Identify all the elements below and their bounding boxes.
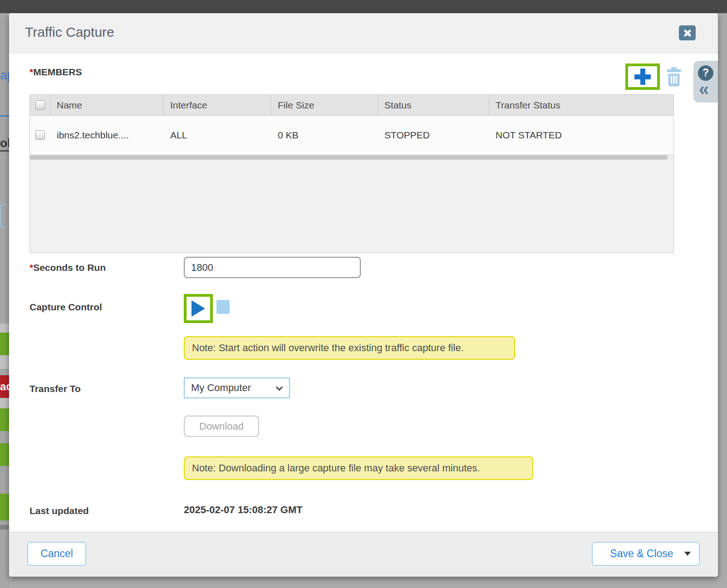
required-marker: * xyxy=(29,262,33,273)
background-status-green xyxy=(0,443,9,466)
screen-backdrop: ap ol ad Traffic Capture *MEMBERS xyxy=(0,0,727,588)
dialog-footer: Cancel Save & Close xyxy=(9,532,718,577)
table-header-row: Name Interface File Size Status Transfer… xyxy=(30,95,673,116)
collapse-panel-icon[interactable]: « xyxy=(699,79,709,99)
members-label-text: MEMBERS xyxy=(33,67,82,77)
members-section-label: *MEMBERS xyxy=(29,67,82,78)
highlight-box-add xyxy=(625,64,660,90)
last-updated-value: 2025-02-07 15:08:27 GMT xyxy=(184,504,303,516)
horizontal-scrollbar-thumb[interactable] xyxy=(30,155,668,160)
column-header-file-size[interactable]: File Size xyxy=(271,95,378,115)
background-row-band xyxy=(0,355,9,369)
background-link-fragment: ap xyxy=(0,68,9,83)
help-icon[interactable]: ? xyxy=(698,65,713,81)
seconds-to-run-input[interactable] xyxy=(184,257,361,278)
background-tab-fragment: ol xyxy=(0,136,9,152)
save-options-caret-icon[interactable] xyxy=(684,552,691,556)
download-button[interactable]: Download xyxy=(184,416,259,437)
chevron-down-icon xyxy=(276,384,283,391)
dialog-header: Traffic Capture xyxy=(9,13,718,53)
cell-status: STOPPED xyxy=(378,116,489,154)
background-status-green xyxy=(0,333,9,355)
background-row-band xyxy=(0,323,9,333)
required-marker: * xyxy=(29,67,33,77)
highlight-box-play xyxy=(184,294,213,323)
download-note: Note: Downloading a large capture file m… xyxy=(184,456,533,480)
cell-interface: ALL xyxy=(164,116,271,154)
save-close-button[interactable]: Save & Close xyxy=(592,542,700,566)
last-updated-label: Last updated xyxy=(29,505,89,516)
background-window-titlebar xyxy=(0,0,727,13)
background-status-green xyxy=(0,408,9,431)
traffic-capture-dialog: Traffic Capture *MEMBERS xyxy=(9,13,718,577)
start-capture-icon[interactable] xyxy=(192,300,205,317)
dialog-title: Traffic Capture xyxy=(25,24,114,40)
background-status-red: ad xyxy=(0,375,9,398)
transfer-to-value: My Computer xyxy=(191,382,251,394)
seconds-to-run-label: *Seconds to Run xyxy=(29,262,106,273)
start-note: Note: Start action will overwrite the ex… xyxy=(184,336,515,360)
cell-transfer-status: NOT STARTED xyxy=(489,116,673,154)
horizontal-scrollbar xyxy=(30,155,673,160)
table-row[interactable]: ibns2.techblue.... ALL 0 KB STOPPED NOT … xyxy=(30,116,673,155)
delete-member-icon[interactable] xyxy=(665,67,683,87)
transfer-to-select[interactable]: My Computer xyxy=(184,377,290,398)
background-row-band xyxy=(0,398,9,408)
side-panel-tab: ? « xyxy=(693,61,718,103)
background-row-band xyxy=(0,525,9,529)
transfer-to-label: Transfer To xyxy=(29,383,81,394)
cell-name: ibns2.techblue.... xyxy=(50,116,164,154)
column-header-name[interactable]: Name xyxy=(50,95,164,115)
column-header-interface[interactable]: Interface xyxy=(164,95,271,115)
background-divider-fragment xyxy=(0,115,9,117)
cancel-button[interactable]: Cancel xyxy=(27,542,86,566)
close-icon[interactable] xyxy=(679,25,696,40)
select-all-checkbox[interactable] xyxy=(35,100,45,110)
background-status-green xyxy=(0,494,9,520)
save-close-label: Save & Close xyxy=(593,548,684,560)
row-checkbox[interactable] xyxy=(35,130,45,140)
column-header-status[interactable]: Status xyxy=(378,95,489,115)
background-page-strip: ap ol ad xyxy=(0,13,9,588)
row-checkbox-cell xyxy=(30,116,50,154)
cell-file-size: 0 KB xyxy=(271,116,378,154)
background-button-fragment xyxy=(0,204,9,228)
seconds-to-run-label-text: Seconds to Run xyxy=(33,262,106,273)
members-table: Name Interface File Size Status Transfer… xyxy=(29,94,674,253)
table-header-checkbox-cell xyxy=(30,95,50,115)
capture-control-label: Capture Control xyxy=(29,302,102,313)
column-header-transfer-status[interactable]: Transfer Status xyxy=(489,95,673,115)
stop-capture-icon[interactable] xyxy=(216,300,230,314)
add-member-icon[interactable] xyxy=(634,68,652,86)
